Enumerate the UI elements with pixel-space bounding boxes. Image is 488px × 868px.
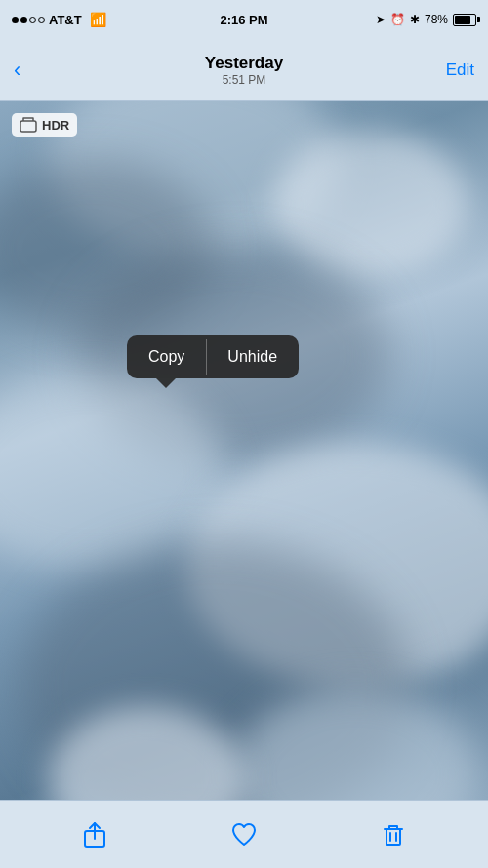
- carrier-label: AT&T: [49, 13, 82, 27]
- battery-indicator: [453, 14, 476, 26]
- nav-title-group: Yesterday 5:51 PM: [205, 54, 283, 87]
- delete-button[interactable]: [370, 811, 417, 858]
- signal-dots: [12, 17, 45, 23]
- signal-dot-3: [29, 17, 36, 23]
- svg-rect-3: [386, 829, 400, 845]
- alarm-icon: ⏰: [390, 13, 405, 26]
- battery-fill: [455, 16, 470, 24]
- bluetooth-icon: ✱: [410, 13, 420, 26]
- favorite-button[interactable]: [221, 811, 267, 858]
- context-menu: Copy Unhide: [127, 335, 299, 388]
- hdr-badge[interactable]: HDR: [12, 113, 77, 137]
- unhide-button[interactable]: Unhide: [206, 335, 299, 378]
- back-chevron-icon: ‹: [14, 59, 20, 81]
- wifi-icon: 📶: [90, 12, 106, 27]
- status-time: 2:16 PM: [220, 13, 267, 27]
- photo-view[interactable]: HDR Copy Unhide: [0, 101, 488, 800]
- hdr-label: HDR: [42, 118, 69, 133]
- nav-subtitle: 5:51 PM: [205, 73, 283, 87]
- share-icon: [81, 821, 108, 848]
- nav-bar: ‹ Yesterday 5:51 PM Edit: [0, 39, 488, 101]
- signal-dot-2: [20, 17, 27, 23]
- back-button[interactable]: ‹: [14, 59, 22, 81]
- status-right: ➤ ⏰ ✱ 78%: [376, 13, 476, 26]
- location-icon: ➤: [376, 13, 386, 26]
- trash-icon: [380, 821, 407, 848]
- nav-title: Yesterday: [205, 54, 283, 73]
- copy-button[interactable]: Copy: [127, 335, 206, 378]
- signal-dot-1: [12, 17, 19, 23]
- heart-icon: [230, 821, 258, 848]
- status-bar: AT&T 📶 2:16 PM ➤ ⏰ ✱ 78%: [0, 0, 488, 39]
- signal-dot-4: [38, 17, 45, 23]
- cloud-layer: [0, 101, 488, 800]
- battery-percent: 78%: [425, 13, 448, 26]
- edit-button[interactable]: Edit: [446, 60, 474, 80]
- cloud-3: [273, 131, 468, 277]
- status-left: AT&T 📶: [12, 12, 106, 27]
- bottom-toolbar: [0, 800, 488, 868]
- context-menu-bubble: Copy Unhide: [127, 335, 299, 378]
- svg-rect-0: [20, 121, 36, 132]
- share-button[interactable]: [71, 811, 118, 858]
- battery-icon: [453, 14, 476, 26]
- context-menu-arrow: [156, 378, 176, 388]
- hdr-icon: [20, 117, 37, 133]
